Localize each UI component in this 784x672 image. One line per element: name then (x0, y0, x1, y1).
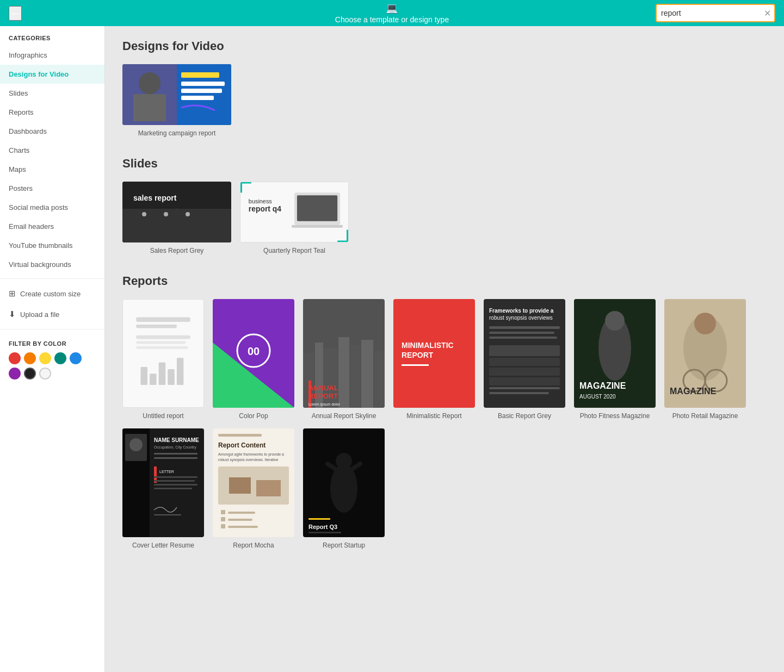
color-swatch-black[interactable] (24, 368, 36, 379)
template-annual-report-skyline[interactable]: ANNUAL REPORT Lorem ipsum dolor Annual R… (303, 299, 385, 420)
svg-rect-63 (489, 332, 554, 334)
photo-fitness-label: Photo Fitness Magazine (580, 412, 650, 420)
svg-rect-97 (154, 514, 181, 515)
upload-file-icon: ⬇ (9, 309, 16, 319)
color-swatch-yellow[interactable] (39, 352, 51, 364)
mocha-thumb: Report Content Amongst agile frameworks … (213, 428, 294, 537)
template-photo-retail-magazine[interactable]: MAGAZINE Photo Retail Magazine (664, 299, 746, 420)
colorpop-thumb: 00 (213, 299, 294, 408)
back-button[interactable]: ← (9, 6, 22, 21)
svg-rect-47 (338, 337, 349, 408)
search-box[interactable]: ✕ (656, 4, 775, 22)
svg-rect-12 (122, 209, 231, 242)
svg-rect-104 (229, 477, 251, 494)
template-sales-report-grey[interactable]: sales report Sales Report Grey (122, 182, 231, 254)
template-report-mocha[interactable]: Report Content Amongst agile frameworks … (213, 428, 294, 549)
svg-rect-69 (489, 387, 560, 389)
sidebar-item-charts[interactable]: Charts (0, 141, 104, 160)
svg-rect-21 (347, 230, 348, 242)
svg-text:MAGAZINE: MAGAZINE (670, 387, 717, 396)
svg-text:LETTER: LETTER (159, 470, 174, 474)
sidebar-item-slides[interactable]: Slides (0, 84, 104, 103)
search-clear-button[interactable]: ✕ (761, 8, 774, 18)
layout: CATEGORIES Infographics Designs for Vide… (0, 26, 784, 672)
sales-thumb: sales report (122, 182, 231, 242)
template-color-pop[interactable]: 00 Color Pop (213, 299, 294, 420)
search-submit-button[interactable] (774, 5, 775, 21)
video-template-grid: Marketing campaign report (122, 64, 767, 137)
template-minimalistic-report[interactable]: MINIMALISTIC REPORT Minimalistic Report (393, 299, 475, 420)
template-basic-report-grey[interactable]: Frameworks to provide a robust synopsis … (484, 299, 565, 420)
sidebar-item-reports[interactable]: Reports (0, 103, 104, 122)
color-swatch-white[interactable] (39, 368, 51, 379)
sidebar-item-infographics[interactable]: Infographics (0, 46, 104, 65)
svg-rect-111 (228, 526, 258, 528)
annual-thumb-svg: ANNUAL REPORT Lorem ipsum dolor (303, 299, 385, 408)
template-photo-fitness-magazine[interactable]: MAGAZINE AUGUST 2020 Photo Fitness Magaz… (574, 299, 656, 420)
svg-rect-29 (136, 325, 177, 328)
svg-text:Report Q3: Report Q3 (308, 524, 337, 530)
create-custom-size-icon: ⊞ (9, 289, 16, 298)
svg-text:MAGAZINE: MAGAZINE (579, 381, 626, 390)
svg-text:Lorem ipsum dolor: Lorem ipsum dolor (308, 402, 341, 407)
svg-rect-26 (292, 225, 343, 228)
sales-thumb-svg: sales report (122, 182, 231, 242)
svg-text:NAME SURNAME: NAME SURNAME (154, 437, 199, 443)
svg-rect-64 (489, 337, 557, 339)
color-swatch-blue[interactable] (70, 352, 82, 364)
svg-rect-19 (240, 182, 242, 193)
template-marketing-campaign-report[interactable]: Marketing campaign report (122, 64, 231, 137)
slides-section: Slides (122, 157, 767, 254)
marketing-label: Marketing campaign report (138, 129, 216, 137)
svg-text:Occupation, City Country: Occupation, City Country (154, 445, 196, 450)
marketing-thumb-svg (122, 64, 231, 125)
quarterly-report-label: Quarterly Report Teal (263, 247, 325, 254)
svg-rect-6 (181, 82, 225, 86)
template-cover-letter-resume[interactable]: NAME SURNAME Occupation, City Country LE… (122, 428, 204, 549)
annual-report-label: Annual Report Skyline (312, 412, 376, 420)
template-untitled-report[interactable]: Untitled report (122, 299, 204, 420)
sidebar-item-social-media-posts[interactable]: Social media posts (0, 198, 104, 217)
svg-rect-67 (489, 368, 560, 376)
template-report-startup[interactable]: Report Q3 Report Startup (303, 428, 385, 549)
categories-label: CATEGORIES (0, 26, 104, 46)
template-quarterly-report-teal[interactable]: business report q4 Quarterly Report Teal (240, 182, 349, 254)
color-swatch-orange[interactable] (24, 352, 36, 364)
svg-rect-50 (374, 351, 385, 408)
sidebar-item-virtual-backgrounds[interactable]: Virtual backgrounds (0, 255, 104, 274)
filter-color-title: FILTER BY COLOR (9, 340, 96, 347)
slides-section-title: Slides (122, 157, 767, 171)
sidebar-item-posters[interactable]: Posters (0, 179, 104, 198)
svg-rect-35 (159, 363, 165, 385)
cover-letter-label: Cover Letter Resume (132, 542, 194, 549)
svg-rect-25 (297, 195, 337, 221)
color-swatch-teal[interactable] (54, 352, 66, 364)
sidebar-item-maps[interactable]: Maps (0, 160, 104, 179)
annual-thumb: ANNUAL REPORT Lorem ipsum dolor (303, 299, 385, 408)
cover-letter-thumb-svg: NAME SURNAME Occupation, City Country LE… (122, 428, 204, 537)
svg-rect-117 (308, 518, 330, 520)
color-swatch-red[interactable] (9, 352, 21, 364)
color-pop-label: Color Pop (239, 412, 268, 420)
minimalistic-thumb: MINIMALISTIC REPORT (393, 299, 475, 408)
svg-point-86 (129, 438, 143, 451)
svg-point-14 (164, 212, 168, 216)
upload-file-action[interactable]: ⬇ Upload a file (0, 304, 104, 325)
untitled-thumb-svg (122, 308, 204, 399)
search-input[interactable] (657, 5, 761, 21)
sidebar-item-dashboards[interactable]: Dashboards (0, 122, 104, 141)
sidebar-item-designs-for-video[interactable]: Designs for Video (0, 65, 104, 84)
svg-point-2 (139, 72, 160, 94)
svg-rect-3 (133, 94, 166, 121)
topbar: ← 💻 Choose a template or design type ✕ (0, 0, 784, 26)
color-swatch-purple[interactable] (9, 368, 21, 379)
svg-rect-105 (256, 480, 281, 496)
sidebar-item-youtube-thumbnails[interactable]: YouTube thumbnails (0, 236, 104, 255)
svg-text:sales report: sales report (133, 194, 177, 202)
create-custom-size-action[interactable]: ⊞ Create custom size (0, 283, 104, 304)
report-startup-label: Report Startup (323, 542, 365, 549)
basic-thumb-svg: Frameworks to provide a robust synopsis … (484, 299, 565, 408)
video-section-title: Designs for Video (122, 39, 767, 53)
untitled-report-label: Untitled report (143, 412, 183, 420)
sidebar-item-email-headers[interactable]: Email headers (0, 217, 104, 236)
